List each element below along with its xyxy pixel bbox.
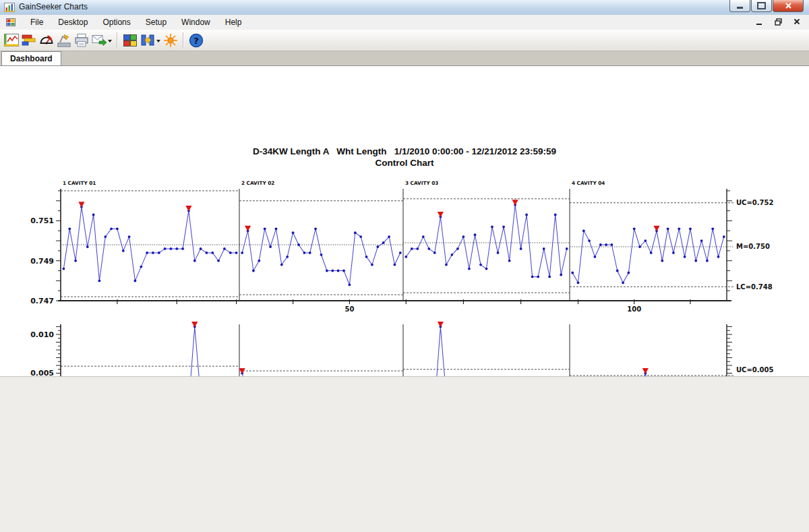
svg-text:100: 100 xyxy=(627,305,641,313)
menu-item-setup[interactable]: Setup xyxy=(138,16,174,29)
data-point xyxy=(371,264,373,266)
menu-item-window[interactable]: Window xyxy=(174,16,218,29)
help-icon[interactable]: ? xyxy=(187,32,205,49)
mdi-close-icon xyxy=(793,18,800,25)
data-point xyxy=(206,252,208,254)
data-point xyxy=(146,252,148,254)
data-point xyxy=(577,281,580,284)
data-point xyxy=(633,227,636,230)
limit-label: UC=0.752 xyxy=(736,199,774,206)
data-point xyxy=(110,227,113,230)
chart-subtitle: Control Chart xyxy=(0,158,809,168)
data-point xyxy=(474,233,477,236)
data-point xyxy=(74,260,77,262)
data-point xyxy=(354,231,357,234)
data-point xyxy=(650,252,653,254)
mdi-minimize-button[interactable] xyxy=(754,17,765,26)
data-point xyxy=(622,281,624,284)
data-point xyxy=(175,247,178,250)
data-point xyxy=(376,245,379,248)
tile-windows-icon[interactable] xyxy=(121,32,139,49)
menu-item-file[interactable]: File xyxy=(23,16,51,29)
close-button[interactable] xyxy=(773,0,804,12)
tab-dashboard[interactable]: Dashboard xyxy=(1,51,61,65)
data-point xyxy=(128,235,131,238)
send-email-icon[interactable] xyxy=(90,32,108,49)
data-point xyxy=(303,252,306,254)
data-point xyxy=(433,252,436,254)
chart-title: D-34KW Length A Wht Length 1/1/2010 0:00… xyxy=(0,146,809,156)
limit-label: UC=0.005 xyxy=(736,366,774,374)
data-point xyxy=(326,270,328,272)
data-point xyxy=(611,243,613,246)
app-menu-icon xyxy=(5,17,16,28)
data-point xyxy=(86,245,89,248)
data-point xyxy=(68,227,71,230)
data-point xyxy=(554,214,557,216)
gauge-icon[interactable] xyxy=(38,32,55,49)
minimize-button[interactable] xyxy=(729,0,750,12)
data-point xyxy=(309,252,311,254)
data-entry-icon[interactable] xyxy=(55,32,73,49)
toolbar-separator xyxy=(183,32,184,48)
data-point xyxy=(104,235,107,238)
mdi-close-button[interactable] xyxy=(791,17,802,26)
data-point xyxy=(359,235,362,238)
chart-window-icon[interactable] xyxy=(3,32,20,49)
mdi-restore-button[interactable] xyxy=(773,17,783,26)
maximize-button[interactable] xyxy=(751,0,772,12)
data-point xyxy=(223,247,226,250)
data-point xyxy=(672,252,675,254)
send-email-dropdown-icon[interactable] xyxy=(108,40,112,45)
settings-sun-icon[interactable] xyxy=(162,32,179,49)
close-icon xyxy=(785,2,792,9)
export-icon[interactable] xyxy=(139,32,156,49)
data-point xyxy=(193,260,196,262)
svg-text:0.747: 0.747 xyxy=(30,297,54,305)
data-point xyxy=(170,247,173,250)
data-point xyxy=(404,256,407,258)
tab-strip: Dashboard xyxy=(0,51,809,65)
data-point xyxy=(297,243,300,246)
svg-text:0.010: 0.010 xyxy=(30,330,54,339)
out-of-control-flag xyxy=(185,206,191,212)
data-point xyxy=(164,247,167,250)
group-label: 3 CAVITY 03 xyxy=(405,180,438,186)
group-label: 2 CAVITY 02 xyxy=(241,180,274,186)
limit-label: M=0.750 xyxy=(736,243,770,250)
menu-item-desktop[interactable]: Desktop xyxy=(51,16,95,29)
data-point xyxy=(451,254,454,256)
chart-panel: D-34KW Length A Wht Length 1/1/2010 0:00… xyxy=(0,65,809,376)
data-point xyxy=(158,252,160,254)
data-point xyxy=(537,276,539,278)
data-point xyxy=(286,256,289,258)
data-point xyxy=(644,239,647,242)
data-point xyxy=(502,225,505,228)
menu-item-help[interactable]: Help xyxy=(218,16,249,29)
out-of-control-flag xyxy=(78,202,84,208)
data-point xyxy=(456,247,459,250)
data-point xyxy=(63,268,65,270)
data-point xyxy=(252,270,255,272)
app-icon xyxy=(4,2,15,13)
print-icon[interactable] xyxy=(73,32,90,49)
data-point xyxy=(365,256,368,258)
data-point xyxy=(694,260,697,262)
data-point xyxy=(605,243,607,246)
pareto-chart-icon[interactable] xyxy=(20,32,38,49)
data-point xyxy=(181,247,184,250)
data-point xyxy=(152,252,154,254)
data-point xyxy=(92,214,95,216)
data-point xyxy=(628,272,630,274)
data-point xyxy=(508,260,511,262)
data-point xyxy=(566,247,568,250)
data-point xyxy=(134,280,137,283)
data-point xyxy=(543,247,545,250)
data-point xyxy=(560,274,562,276)
data-point xyxy=(520,247,522,250)
menu-item-options[interactable]: Options xyxy=(95,16,138,29)
out-of-control-flag xyxy=(191,322,198,328)
data-point xyxy=(638,245,641,248)
export-dropdown-icon[interactable] xyxy=(156,40,160,45)
data-point xyxy=(235,252,238,254)
